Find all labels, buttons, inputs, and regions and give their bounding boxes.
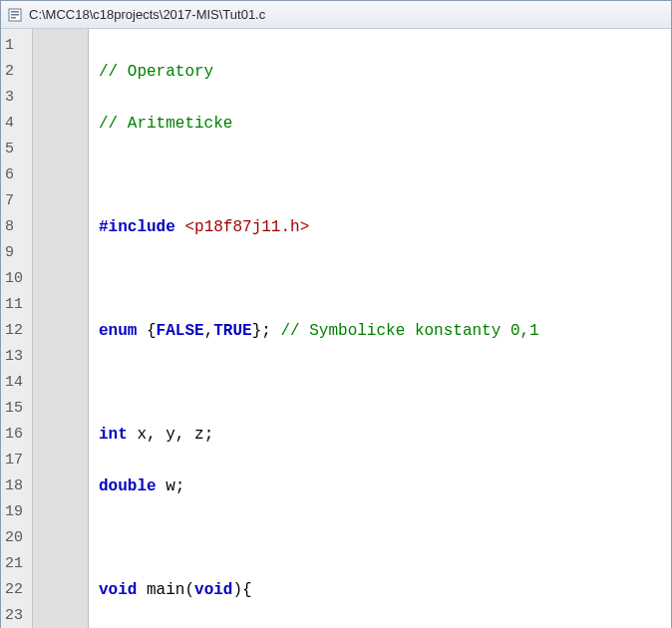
code-area[interactable]: // Operatory // Aritmeticke #include <p1… [89, 29, 671, 628]
line-number: 14 [1, 370, 32, 396]
line-number: 15 [1, 396, 32, 422]
preprocessor: #include [99, 218, 175, 236]
window-title: C:\MCC18\c18projects\2017-MIS\Tut01.c [29, 7, 265, 22]
file-icon [7, 7, 23, 23]
code-line [99, 162, 671, 188]
code-line: #include <p18f87j11.h> [99, 214, 671, 240]
code-line: double w; [99, 473, 671, 499]
line-number: 7 [1, 188, 32, 214]
include-path: <p18f87j11.h> [184, 218, 309, 236]
line-number: 5 [1, 137, 32, 162]
editor-window: C:\MCC18\c18projects\2017-MIS\Tut01.c 1 … [0, 0, 672, 628]
keyword: enum [99, 322, 137, 340]
type: int [99, 426, 128, 444]
line-number: 10 [1, 266, 32, 292]
code-line [99, 525, 671, 551]
punct: , [204, 322, 214, 340]
line-number: 17 [1, 448, 32, 473]
svg-rect-1 [11, 11, 19, 13]
line-number: 16 [1, 422, 32, 448]
space [137, 581, 147, 599]
comment: // Operatory [99, 63, 213, 81]
line-number: 2 [1, 59, 32, 85]
svg-rect-3 [11, 17, 16, 19]
editor-margin [33, 29, 89, 628]
line-number: 1 [1, 33, 32, 59]
decl: x, y, z; [128, 426, 213, 444]
comment: // Aritmeticke [99, 115, 232, 133]
line-number: 12 [1, 318, 32, 344]
line-number: 19 [1, 499, 32, 525]
line-number: 3 [1, 85, 32, 111]
line-number: 20 [1, 525, 32, 551]
line-number: 23 [1, 603, 32, 628]
punct: ){ [232, 581, 251, 599]
comment: // Symbolicke konstanty 0,1 [280, 322, 538, 340]
line-number: 22 [1, 577, 32, 603]
punct: }; [252, 322, 281, 340]
code-line: // Operatory [99, 59, 671, 85]
code-line: void main(void){ [99, 577, 671, 603]
punct: ( [184, 581, 194, 599]
punct: { [137, 322, 156, 340]
type: void [194, 581, 232, 599]
line-number: 13 [1, 344, 32, 370]
line-number: 18 [1, 473, 32, 499]
code-editor[interactable]: 1 2 3 4 5 6 7 8 9 10 11 12 13 14 15 16 1… [1, 29, 671, 628]
func-name: main [147, 581, 184, 599]
code-line [99, 266, 671, 292]
decl: w; [157, 477, 185, 495]
line-number-gutter: 1 2 3 4 5 6 7 8 9 10 11 12 13 14 15 16 1… [1, 29, 33, 628]
line-number: 11 [1, 292, 32, 318]
line-number: 4 [1, 111, 32, 137]
line-number: 6 [1, 162, 32, 188]
code-line: enum {FALSE,TRUE}; // Symbolicke konstan… [99, 318, 671, 344]
type: void [99, 581, 137, 599]
line-number: 8 [1, 214, 32, 240]
code-line: int x, y, z; [99, 422, 671, 448]
type: double [99, 477, 157, 495]
code-line [99, 370, 671, 396]
line-number: 21 [1, 551, 32, 577]
titlebar[interactable]: C:\MCC18\c18projects\2017-MIS\Tut01.c [1, 1, 671, 29]
line-number: 9 [1, 240, 32, 266]
svg-rect-2 [11, 14, 19, 16]
code-line: // Aritmeticke [99, 111, 671, 137]
constant: FALSE [157, 322, 204, 340]
constant: TRUE [213, 322, 251, 340]
